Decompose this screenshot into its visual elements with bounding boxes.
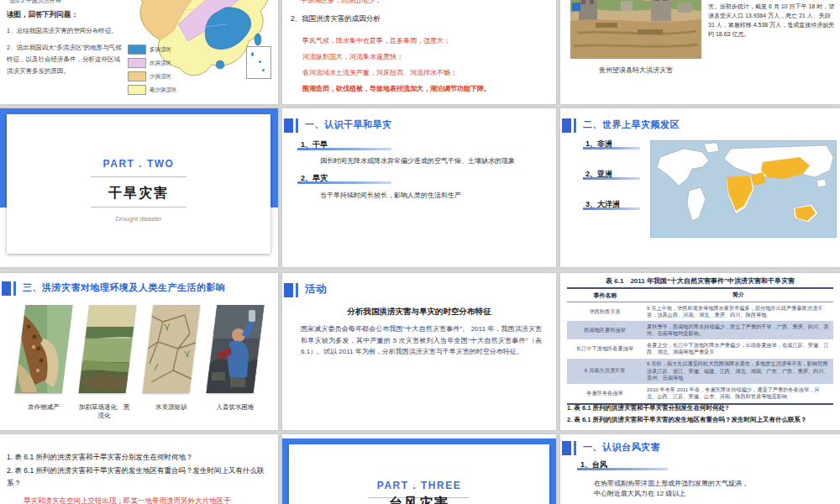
section-subtitle-en: Drought disaster [7, 215, 270, 223]
event-description: 6 月份，南方先后遭受四轮大范围强降水袭击，多地发生洪涝等灾害，影响范围涉及江苏… [643, 359, 833, 385]
slide-thumbnail-typhoon-intro[interactable]: 一、认识台风灾害 1、台风 在热带或副热带洋面上形成并强烈发展的大气旋涡， 中心… [560, 434, 840, 504]
part-number-label: PART . THREE [289, 480, 549, 491]
impact-caption: 加剧草场退化、荒漠化 [77, 403, 131, 420]
divider-card: PART . TWO 干旱灾害 Drought disaster [7, 114, 270, 254]
disaster-table: 事件名称 简介 华西秋雨灾害 9 月上中旬，华西和黄淮等地降水量异常偏多，部分地… [567, 287, 833, 405]
section-marker-bar-icon [13, 281, 16, 296]
legend-swatch [128, 45, 146, 55]
legend-swatch [128, 58, 146, 68]
map-question-1: 1、总结我国洪涝灾害的空间分布特征。 [7, 27, 118, 35]
legend-label: 次洪涝区 [150, 60, 171, 67]
table-row: 6 月南方洪涝灾害 6 月份，南方先后遭受四轮大范围强降水袭击，多地发生洪涝等灾… [567, 359, 833, 385]
impact-photo-water-shortage [143, 305, 201, 393]
slide-thumbnail-guizhou-case[interactable]: 贵州望谟县特大洪涝灾害 多乡村出现特大暴雨，引发了“6·06”特大洪涝灾害。据初… [560, 0, 840, 104]
flood-cause-item: 季风气候，降水集中在夏季，且多暴雨，强度大； [302, 36, 450, 45]
impact-photo-drinking-water [207, 305, 265, 393]
section-title: 台风灾害 [289, 495, 549, 504]
slide-heading: 一、认识台风灾害 [583, 441, 660, 454]
slide-heading: 三、洪涝灾害对地理环境及人类生产生活的影响 [23, 281, 226, 294]
slide-heading: 一、认识干旱和旱灾 [305, 118, 392, 131]
south-china-sea-inset-map [246, 46, 271, 79]
event-description: 春夏之交，长江中下游地区降水严重偏少，出现春夏连旱，造成江苏、安徽、江西、湖北、… [643, 339, 833, 358]
impact-caption: 水资源短缺 [139, 403, 203, 412]
divider-rule [91, 207, 186, 207]
section-marker-bar-icon [296, 283, 298, 297]
activity-title: 分析我国洪涝灾害与旱灾的时空分布特征 [282, 307, 556, 318]
table-question-1: 1. 表 6.1 所列的洪涝灾害和干旱灾害分别发生在何时何处? [567, 404, 729, 412]
column-header: 事件名称 [567, 289, 643, 302]
section-marker-icon [562, 118, 571, 133]
typhoon-definition-line: 中心附近最大风力在 12 级以上 [594, 489, 685, 498]
world-drought-map [650, 140, 837, 238]
table-title: 表 6.1 2011 年我国“十大自然灾害事件”中洪涝灾害和干旱灾害 [567, 276, 833, 286]
slide-thumbnail-drought-regions[interactable]: 二、世界上旱灾频发区 1、非洲 2、亚洲 3、大洋洲 [560, 108, 840, 267]
question-2: 2. 表 6.1 所列的洪涝灾害和干旱灾害的发生地区有重合吗？发生时间上又有什么… [7, 465, 272, 490]
item-label: 1、台风 [580, 459, 607, 470]
event-description: 9 月上中旬，华西和黄淮等地降水量异常偏多，部分地区出现严重暴雨洪涝灾害，涉及山… [643, 302, 833, 321]
impact-photo-grassland-degradation [79, 305, 137, 393]
event-name: 冬麦区冬春连旱 [567, 384, 643, 402]
section-marker-icon [2, 281, 11, 296]
item-definition: 因长时间无降水或降水异常偏少造成的空气干燥、土壤缺水的现象 [320, 156, 515, 165]
table-row: 冬麦区冬春连旱 2010 年冬至 2011 年春，冬麦区降水持续偏少，遭受了严重… [567, 384, 833, 402]
slide-thumbnail-flood-map[interactable]: 图6.5 中国洪涝分布 读图，回答下列问题： 1、总结我国洪涝灾害的空间分布特征… [0, 0, 278, 104]
item-label: 1、干旱 [301, 139, 328, 150]
event-name: 长江中下游地区春夏连旱 [567, 339, 643, 358]
divider-card: PART . THREE 台风灾害 [289, 444, 549, 504]
section-marker-bar-icon [574, 441, 576, 455]
event-name: 华西秋雨灾害 [567, 302, 643, 321]
flood-cause-item: 围湖造田，砍伐植被，导致地表径流加大，湖泊调节功能下降。 [302, 84, 491, 93]
slide-thumbnail-flood-causes[interactable]: 平原湖区多，高原山地少； 2、我国洪涝灾害的成因分析 季风气候，降水集中在夏季，… [282, 0, 556, 104]
slide-heading: 活动 [305, 282, 327, 297]
part-number-label: PART . TWO [7, 158, 270, 170]
slide-thumbnail-drought-impacts[interactable]: 三、洪涝灾害对地理环境及人类生产生活的影响 [0, 273, 278, 430]
activity-body: 国家减灾委员会每年都会公布我国“十大自然灾害事件”。 2011 年，我国洪涝灾害… [301, 323, 542, 358]
legend-label: 最少洪涝区 [150, 87, 177, 94]
section-marker-bar-icon [574, 118, 576, 133]
table-question-2: 2. 表 6.1 所列的洪涝灾害和干旱灾害的发生地区有重合吗？发生时间上又有什么… [567, 416, 806, 424]
slide-thumbnail-table-questions[interactable]: 1. 表 6.1 所列的洪涝灾害和干旱灾害分别发生在何时何地？ 2. 表 6.1… [0, 434, 278, 504]
table-row: 西南地区夏秋连旱 夏秋季节，西南地区降水持续偏少，发生了严重的干旱，广西、重庆、… [567, 321, 833, 339]
table-row: 华西秋雨灾害 9 月上中旬，华西和黄淮等地降水量异常偏多，部分地区出现严重暴雨洪… [567, 302, 833, 321]
slide-heading: 二、世界上旱灾频发区 [583, 118, 680, 131]
flood-disaster-photo [570, 0, 701, 59]
typhoon-definition-line: 在热带或副热带洋面上形成并强烈发展的大气旋涡， [594, 479, 748, 488]
slide-thumbnail-part-three[interactable]: PART . THREE 台风灾害 [282, 434, 556, 504]
divider-rule [91, 176, 186, 177]
event-name: 6 月南方洪涝灾害 [567, 359, 643, 385]
impact-caption: 农作物减产 [12, 403, 76, 412]
slide-thumbnail-drought-intro[interactable]: 一、认识干旱和旱灾 1、干旱 因长时间无降水或降水异常偏少造成的空气干燥、土壤缺… [282, 108, 556, 267]
event-description: 2010 年冬至 2011 年春，冬麦区降水持续偏少，遭受了严重的冬春连旱，河北… [643, 384, 833, 402]
event-description: 夏秋季节，西南地区降水持续偏少，发生了严重的干旱，广西、重庆、四川、贵州、云南等… [643, 321, 833, 339]
map-question-2: 2、说出我国四大“多洪涝区”的地形与气候特征，以及社会经济条件，分析这些区域洪涝… [7, 42, 124, 77]
legend-label: 少洪涝区 [150, 73, 171, 81]
item-definition: 当干旱持续时间长较长，影响人类的生活和生产 [320, 191, 461, 200]
flood-cause-item: 各河流域水土流失严重，河床抬高、河流排水不畅； [302, 68, 457, 77]
section-marker-bar-icon [296, 118, 298, 133]
region-item: 3、大洋洲 [585, 199, 620, 210]
column-header: 简介 [643, 290, 833, 302]
section-title: 干旱灾害 [7, 185, 270, 202]
item-label: 2、旱灾 [301, 173, 328, 184]
section-marker-icon [562, 441, 571, 455]
photo-caption: 贵州望谟县特大洪涝灾害 [570, 66, 701, 75]
flood-distribution-cut-line: 平原湖区多，高原山地少； [301, 0, 381, 5]
impact-caption: 人畜饮水困难 [202, 403, 269, 412]
question-1: 1. 表 6.1 所列的洪涝灾害和干旱灾害分别发生在何时何地？ [7, 451, 272, 464]
slide-thumbnail-table-6-1[interactable]: 表 6.1 2011 年我国“十大自然灾害事件”中洪涝灾害和干旱灾害 事件名称 … [560, 273, 840, 430]
flood-cause-item: 河流纵剖面大，河流集水速度快； [302, 52, 403, 61]
section-marker-icon [284, 283, 293, 297]
table-header-row: 事件名称 简介 [567, 287, 833, 302]
region-item: 2、亚洲 [585, 169, 612, 180]
region-item: 1、非洲 [585, 139, 612, 150]
slide-thumbnail-part-two[interactable]: PART . TWO 干旱灾害 Drought disaster [0, 108, 278, 267]
answer-highlight: 旱灾和涝灾在空间上交错出现；即某一地带雨涝而另外大片地区干 [24, 496, 231, 504]
legend-swatch [128, 71, 146, 81]
event-name: 西南地区夏秋连旱 [567, 321, 643, 339]
legend-label: 多洪涝区 [150, 46, 171, 54]
flood-causes-heading: 2、我国洪涝灾害的成因分析 [291, 14, 381, 24]
slide-thumbnail-activity[interactable]: 活动 分析我国洪涝灾害与旱灾的时空分布特征 国家减灾委员会每年都会公布我国“十大… [282, 273, 556, 430]
legend-swatch [128, 85, 146, 95]
table-row: 长江中下游地区春夏连旱 春夏之交，长江中下游地区降水严重偏少，出现春夏连旱，造成… [567, 339, 833, 358]
map-figure-caption: 图6.5 中国洪涝分布 [10, 0, 61, 5]
